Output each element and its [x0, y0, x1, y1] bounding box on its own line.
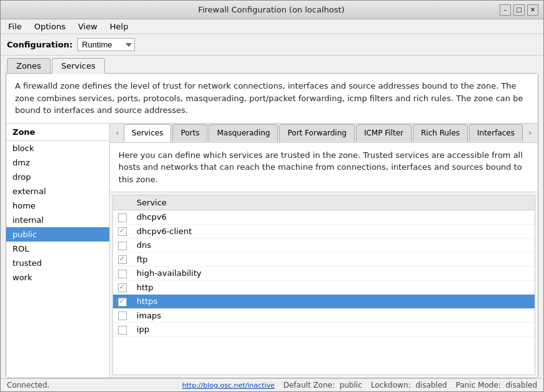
service-name-imaps: imaps	[132, 308, 535, 323]
zone-internal[interactable]: internal	[6, 213, 109, 227]
service-name-ftp: ftp	[132, 252, 535, 267]
zone-header: Zone	[6, 124, 109, 141]
service-name-header: Service	[132, 195, 535, 210]
sub-tabs-row: ‹ Services Ports Masquerading Port Forwa…	[110, 124, 538, 143]
services-table-scroll[interactable]: Service dhcpv6 dhcpv6-client	[113, 195, 535, 345]
zone-dmz[interactable]: dmz	[6, 155, 109, 170]
sub-tab-rich-rules[interactable]: Rich Rules	[413, 124, 468, 142]
status-url-link[interactable]: http://blog.osc.net/inactive	[182, 381, 275, 390]
minimize-button[interactable]: –	[500, 4, 511, 16]
statusbar: Connected. http://blog.osc.net/inactive …	[1, 378, 543, 391]
service-name-http: http	[132, 280, 535, 295]
sub-tabs: Services Ports Masquerading Port Forward…	[124, 124, 524, 142]
checkbox-high-availability[interactable]	[118, 270, 127, 278]
right-panel: ‹ Services Ports Masquerading Port Forwa…	[110, 124, 538, 378]
zone-list: block dmz drop external home internal pu…	[6, 141, 109, 378]
service-check-header	[113, 195, 132, 210]
sub-tab-icmp-filter[interactable]: ICMP Filter	[356, 124, 412, 142]
services-table: Service dhcpv6 dhcpv6-client	[113, 195, 535, 337]
zone-public[interactable]: public	[6, 227, 109, 242]
status-panic-mode: Panic Mode: disabled	[456, 381, 537, 390]
titlebar: Firewall Configuration (on localhost) – …	[1, 1, 543, 19]
table-row-https[interactable]: https	[113, 295, 535, 309]
checkbox-ipp[interactable]	[118, 326, 127, 335]
checkbox-dhcpv6[interactable]	[118, 213, 127, 222]
inner-layout: Zone block dmz drop external home intern…	[6, 124, 538, 378]
status-url: http://blog.osc.net/inactive	[182, 381, 275, 390]
content-area: A firewalld zone defines the level of tr…	[6, 73, 538, 378]
status-connected: Connected.	[7, 381, 49, 390]
config-label: Configuration:	[7, 40, 72, 49]
zone-work[interactable]: work	[6, 270, 109, 285]
zone-home[interactable]: home	[6, 198, 109, 213]
service-name-https: https	[132, 295, 535, 309]
menu-options[interactable]: Options	[29, 21, 71, 32]
sub-tab-scroll-left[interactable]: ‹	[111, 124, 124, 142]
table-row[interactable]: ftp	[113, 252, 535, 267]
window-controls: – □ ✕	[500, 4, 538, 16]
table-row[interactable]: high-availability	[113, 267, 535, 281]
sub-tab-masquerading[interactable]: Masquerading	[209, 124, 278, 142]
checkbox-imaps[interactable]	[118, 311, 127, 320]
table-row[interactable]: dns	[113, 238, 535, 253]
checkbox-https[interactable]	[118, 298, 127, 306]
service-name-dhcpv6-client: dhcpv6-client	[132, 224, 535, 238]
service-name-dhcpv6: dhcpv6	[132, 210, 535, 225]
toolbar: Configuration: Runtime Permanent	[1, 34, 543, 56]
status-lockdown: Lockdown: disabled	[371, 381, 447, 390]
zone-drop[interactable]: drop	[6, 170, 109, 184]
status-default-zone: Default Zone: public	[284, 381, 362, 390]
services-description: Here you can define which services are t…	[110, 143, 538, 193]
zone-panel: Zone block dmz drop external home intern…	[6, 124, 110, 378]
service-name-dns: dns	[132, 238, 535, 253]
table-row[interactable]: imaps	[113, 308, 535, 323]
checkbox-http[interactable]	[118, 283, 127, 292]
service-name-high-availability: high-availability	[132, 267, 535, 281]
checkbox-dns[interactable]	[118, 242, 127, 250]
service-name-ipp: ipp	[132, 323, 535, 337]
table-row[interactable]: dhcpv6-client	[113, 224, 535, 238]
menu-help[interactable]: Help	[105, 21, 134, 32]
status-right: http://blog.osc.net/inactive Default Zon…	[182, 381, 537, 390]
main-tabs: Zones Services	[1, 56, 543, 73]
zone-trusted[interactable]: trusted	[6, 256, 109, 270]
zone-rol[interactable]: ROL	[6, 242, 109, 256]
services-table-container: Service dhcpv6 dhcpv6-client	[112, 195, 535, 375]
maximize-button[interactable]: □	[513, 4, 525, 16]
menu-file[interactable]: File	[3, 21, 27, 32]
checkbox-dhcpv6-client[interactable]	[118, 227, 127, 236]
sub-tab-ports[interactable]: Ports	[172, 124, 207, 142]
menubar: File Options View Help	[1, 19, 543, 34]
table-row[interactable]: http	[113, 280, 535, 295]
zone-external[interactable]: external	[6, 184, 109, 198]
sub-tab-scroll-right[interactable]: ›	[524, 124, 537, 142]
sub-tab-port-forwarding[interactable]: Port Forwarding	[279, 124, 354, 142]
menu-view[interactable]: View	[73, 21, 102, 32]
main-window: Firewall Configuration (on localhost) – …	[0, 0, 544, 392]
tab-zones[interactable]: Zones	[7, 58, 51, 73]
sub-tab-services[interactable]: Services	[124, 124, 172, 142]
window-title: Firewall Configuration (on localhost)	[43, 5, 500, 14]
close-button[interactable]: ✕	[527, 4, 538, 16]
zone-description: A firewalld zone defines the level of tr…	[6, 74, 538, 124]
config-select[interactable]: Runtime Permanent	[77, 38, 135, 51]
tab-services-main[interactable]: Services	[52, 58, 105, 74]
sub-tab-interfaces[interactable]: Interfaces	[469, 124, 523, 142]
zone-block[interactable]: block	[6, 141, 109, 155]
table-row[interactable]: ipp	[113, 323, 535, 337]
checkbox-ftp[interactable]	[118, 255, 127, 264]
table-row[interactable]: dhcpv6	[113, 210, 535, 225]
